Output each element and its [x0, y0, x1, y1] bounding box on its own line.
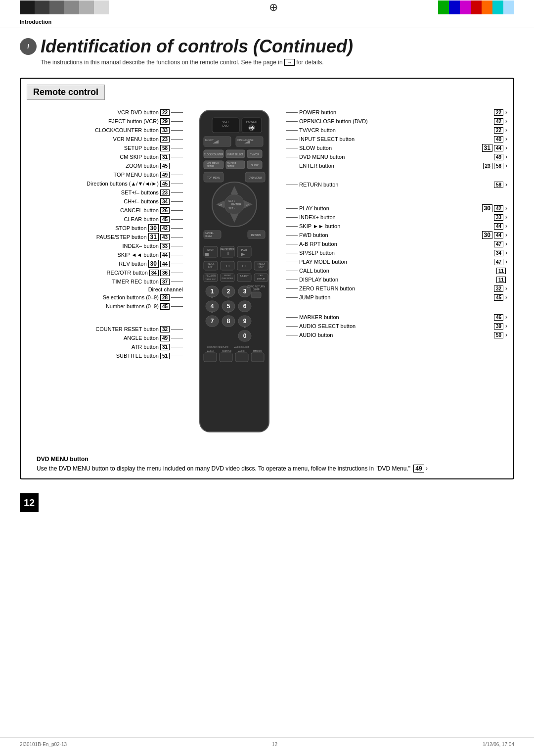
cal-color-lightblue: [503, 0, 514, 14]
cal-block-3: [49, 0, 64, 14]
svg-rect-112: [235, 353, 248, 362]
page-number: 12: [20, 493, 39, 512]
svg-text:5: 5: [227, 303, 230, 310]
svg-rect-2: [200, 110, 269, 432]
svg-text:AUDIO SELECT: AUDIO SELECT: [234, 346, 249, 348]
svg-text:AUDIO: AUDIO: [238, 350, 245, 352]
svg-point-114: [211, 296, 213, 298]
ann-spacer1: [27, 311, 183, 325]
svg-text:PLAY: PLAY: [241, 248, 248, 251]
ann-setup: SETUP button 58: [27, 143, 183, 152]
cal-block-1: [20, 0, 35, 14]
svg-text:ANGLE: ANGLE: [207, 350, 214, 352]
ann-slow: SLOW button 31 44 ›: [286, 143, 507, 152]
ann-fwd: FWD button 30 44 ›: [286, 231, 507, 239]
ann-pause-step: PAUSE/STEP button 31 43: [27, 233, 183, 241]
svg-text:CLOCK/COUNTER: CLOCK/COUNTER: [204, 153, 223, 156]
svg-text:COUNTER RESET: COUNTER RESET: [207, 346, 224, 348]
ann-atr: ATR button 31: [27, 342, 183, 351]
page-ref-box: →: [284, 59, 295, 66]
ann-spacer-r3: [286, 302, 507, 313]
ann-counter-reset: COUNTER RESET button 32: [27, 325, 183, 333]
svg-text:2: 2: [227, 288, 230, 295]
ann-timer-rec: TIMER REC button 37: [27, 277, 183, 286]
ann-rec-otr: REC/OTR button 34 36: [27, 268, 183, 277]
svg-text:DVD MENU: DVD MENU: [249, 176, 262, 179]
ann-stop: STOP button 30 42: [27, 224, 183, 233]
svg-text:VCR MENU: VCR MENU: [207, 162, 219, 165]
cal-block-2: [35, 0, 49, 14]
remote-control-title: Remote control: [27, 85, 105, 100]
svg-text:VCR: VCR: [222, 120, 229, 123]
svg-text:INPUT SELECT: INPUT SELECT: [227, 153, 243, 156]
ann-ch-plusminus: CH+/– buttons 34: [27, 197, 183, 206]
svg-text:PLAY MODE: PLAY MODE: [222, 277, 233, 280]
ann-index-minus: INDEX– button 33: [27, 241, 183, 250]
ann-input-select: INPUT SELECT button 40 ›: [286, 135, 507, 143]
svg-text:REC/OTR: REC/OTR: [206, 275, 216, 277]
svg-text:+INDEX: +INDEX: [257, 263, 265, 265]
svg-text:POWER: POWER: [246, 120, 258, 123]
svg-text:STOP: STOP: [207, 248, 214, 251]
ann-spacer-r1: [286, 170, 507, 180]
svg-text:CLEAR: CLEAR: [205, 235, 213, 237]
svg-text:CH: CH: [246, 203, 250, 206]
svg-point-116: [211, 311, 213, 313]
remote-diagram: VCR DVD POWER I/⏻ EJECT OPEN/CLOSE: [185, 108, 284, 446]
ann-cm-skip: CM SKIP button 31: [27, 152, 183, 161]
cal-block-4: [64, 0, 79, 14]
svg-text:SKIP: SKIP: [259, 266, 264, 268]
ann-direction: Direction buttons (▲/▼/◄/►) 45: [27, 179, 183, 188]
svg-text:DVD: DVD: [222, 124, 229, 127]
header-section: Introduction: [0, 15, 534, 28]
svg-text:TIMER REC: TIMER REC: [205, 278, 216, 281]
page-title: I Identification of controls (Continued): [20, 36, 514, 57]
subtitle-text: The instructions in this manual describe…: [41, 59, 514, 66]
ann-zero-return: ZERO RETURN button 32 ›: [286, 284, 507, 293]
ann-open-close: OPEN/CLOSE button (DVD) 42 ›: [286, 117, 507, 126]
ann-vcr-dvd: VCR DVD button 22: [27, 108, 183, 117]
ann-eject-vcr: EJECT button (VCR) 29: [27, 117, 183, 126]
svg-text:8: 8: [227, 318, 230, 325]
cal-block-5: [79, 0, 94, 14]
ann-skip-fwd: SKIP ►► button 44 ›: [286, 222, 507, 231]
section-label: Introduction: [20, 19, 514, 25]
dvd-menu-page-ref: 49: [413, 465, 424, 472]
ann-tv-vcr: TV/VCR button 22 ›: [286, 126, 507, 135]
ann-return: RETURN button 58 ›: [286, 180, 507, 189]
ann-clear: CLEAR button 45: [27, 215, 183, 224]
cal-color-green: [438, 0, 449, 14]
main-content: Remote control VCR DVD button 22 EJECT b…: [0, 70, 534, 487]
svg-text:MARKER: MARKER: [253, 350, 262, 352]
svg-text:⏸: ⏸: [225, 251, 230, 256]
footer-center: 12: [272, 742, 277, 747]
ann-call: CALL button 11: [286, 266, 507, 275]
svg-point-117: [227, 311, 229, 313]
svg-point-115: [227, 296, 229, 298]
svg-text:ATR: ATR: [224, 346, 228, 348]
right-annotations: POWER button 22 › OPEN/CLOSE button (DVD…: [284, 108, 507, 339]
ann-enter: ENTER button 23 58 ›: [286, 161, 507, 170]
ann-index-plus: INDEX+ button 33 ›: [286, 213, 507, 222]
ann-audio: AUDIO button 50 ›: [286, 331, 507, 339]
svg-text:DISPLAY: DISPLAY: [257, 278, 266, 280]
svg-text:3: 3: [243, 288, 247, 295]
ann-audio-select: AUDIO SELECT button 39 ›: [286, 322, 507, 331]
svg-text:SP/SLP: SP/SLP: [224, 274, 231, 277]
footer-left: 2I30101B-En_p02-13: [20, 742, 67, 747]
ann-power: POWER button 22 ›: [286, 108, 507, 117]
title-section: I Identification of controls (Continued)…: [0, 28, 534, 70]
svg-text:SET -: SET -: [228, 207, 235, 210]
svg-rect-113: [251, 353, 264, 362]
svg-text:SET +: SET +: [228, 199, 235, 202]
svg-text:JUMP: JUMP: [253, 288, 260, 291]
ann-direct-channel: Direct channel: [27, 286, 183, 293]
svg-text:SETUP: SETUP: [207, 165, 214, 168]
svg-text:CM SKIP: CM SKIP: [227, 162, 236, 165]
remote-svg: VCR DVD POWER I/⏻ EJECT OPEN/CLOSE: [185, 108, 284, 444]
title-icon: I: [20, 38, 37, 55]
ann-clock-counter: CLOCK/COUNTER button 33: [27, 126, 183, 135]
dvd-menu-text: Use the DVD MENU button to display the m…: [37, 465, 497, 472]
svg-text:►►: ►►: [242, 264, 247, 267]
svg-rect-111: [220, 353, 232, 362]
